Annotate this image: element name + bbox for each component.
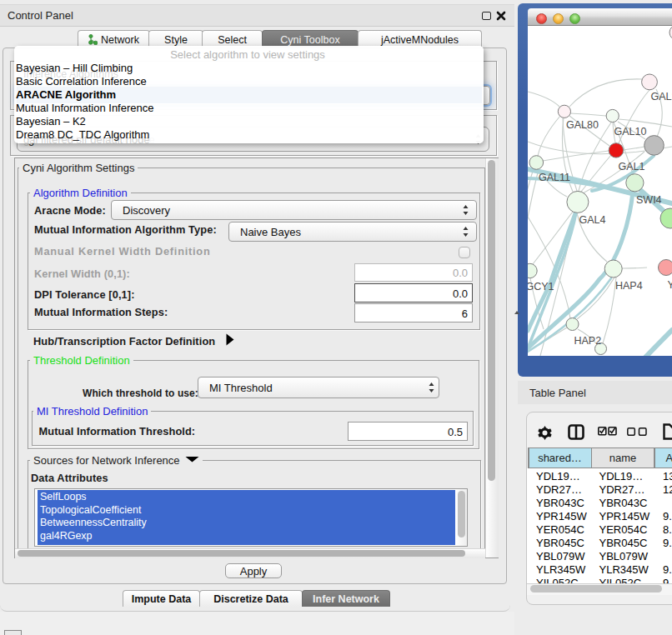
svg-text:GAL10: GAL10: [614, 126, 647, 138]
svg-text:GAL1: GAL1: [619, 161, 645, 172]
svg-text:HAP4: HAP4: [615, 280, 643, 292]
svg-text:GCY1: GCY1: [528, 281, 554, 292]
svg-text:GAL80: GAL80: [566, 119, 599, 131]
svg-text:Y: Y: [668, 279, 672, 291]
svg-text:HAP2: HAP2: [574, 335, 602, 347]
svg-text:GAL2: GAL2: [651, 91, 672, 102]
svg-text:GAL4: GAL4: [579, 214, 606, 226]
svg-text:GAL11: GAL11: [539, 172, 570, 183]
svg-text:SWI4: SWI4: [636, 194, 662, 206]
